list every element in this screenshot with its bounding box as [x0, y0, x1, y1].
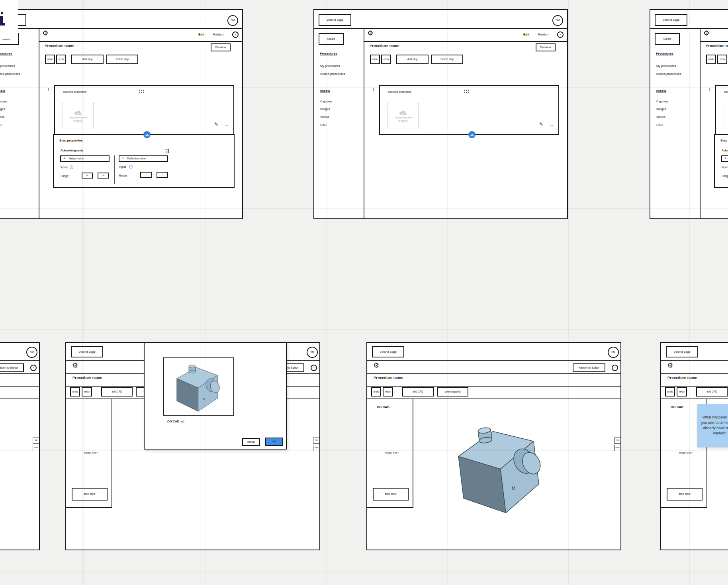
redo-button[interactable]: redo: [381, 55, 391, 64]
tab-edit[interactable]: Edit: [198, 33, 204, 36]
redo-button[interactable]: redo: [677, 387, 687, 397]
add-cad-button[interactable]: add CAD: [402, 387, 434, 397]
cad-wireframe-frame[interactable]: Vuforia Logo SM ⚙ Return to Editor x Pro…: [0, 342, 40, 550]
step-description-placeholder[interactable]: Add step description: [388, 91, 411, 94]
avatar[interactable]: SM: [552, 15, 563, 26]
sidebar-item-videos[interactable]: Videos: [656, 116, 665, 119]
gear-icon[interactable]: ⚙: [373, 362, 379, 369]
nav-annotation[interactable]: Nav: [33, 445, 39, 451]
drag-handle-icon[interactable]: [464, 89, 470, 93]
collapse-chevron-button[interactable]: [468, 131, 476, 138]
gear-icon[interactable]: ⚙: [703, 30, 709, 37]
range-min-input[interactable]: N: [82, 173, 93, 179]
sidebar-item-captures[interactable]: Captures: [0, 100, 7, 103]
sidebar-item-captures[interactable]: Captures: [320, 100, 332, 103]
cancel-button[interactable]: cancel: [242, 438, 260, 446]
nav-annotation[interactable]: Nav: [614, 445, 621, 451]
gear-icon[interactable]: ⚙: [367, 30, 373, 37]
add-cad-button[interactable]: add CAD: [696, 387, 728, 397]
sidebar-item-images[interactable]: Images: [656, 108, 666, 111]
range-max-input[interactable]: 2: [157, 172, 168, 178]
sidebar-item-cad[interactable]: CAD: [320, 124, 327, 127]
undo-button[interactable]: undo: [370, 55, 380, 64]
redo-button[interactable]: redo: [56, 55, 66, 64]
avatar[interactable]: SM: [26, 347, 37, 358]
add-button[interactable]: add: [265, 438, 283, 446]
sidebar-assets-header[interactable]: Assets: [320, 89, 330, 92]
step-card[interactable]: Add step description Drag and drop here …: [379, 85, 559, 135]
deflection-value-dropdown[interactable]: ▼Deflection value: [119, 155, 168, 162]
sp-annotation[interactable]: SP: [614, 438, 621, 444]
editor-wireframe-frame[interactable]: Vuforia Logo SM Create Procedures My pro…: [0, 9, 243, 219]
undo-button[interactable]: undo: [371, 387, 381, 397]
sp-annotation[interactable]: SP: [313, 438, 320, 444]
sidebar-item-cad[interactable]: CAD: [656, 124, 663, 127]
sidebar-item-shared-procedures[interactable]: Shared procedures: [320, 73, 345, 76]
info-icon[interactable]: i: [70, 165, 73, 169]
step-description-placeholder[interactable]: Add step description: [724, 91, 728, 94]
browse-link[interactable]: browse: [401, 120, 408, 122]
tab-publish[interactable]: Publish: [538, 33, 548, 36]
editor-wireframe-frame[interactable]: Vuforia Logo SM Create Procedures My pro…: [650, 9, 728, 219]
browse-link[interactable]: browse: [76, 120, 83, 122]
save-state-button[interactable]: save state: [667, 488, 703, 501]
step-card[interactable]: Add step description Drag and drop here …: [54, 85, 234, 135]
sidebar-item-my-procedures[interactable]: My procedures: [0, 65, 15, 68]
sidebar-item-my-procedures[interactable]: My procedures: [320, 65, 340, 68]
cad-model-3d[interactable]: [444, 415, 558, 522]
avatar[interactable]: SM: [227, 15, 238, 26]
whiteboard-canvas[interactable]: Vuforia Logo SM ⚙ Return to Editor x Pro…: [0, 0, 728, 585]
add-step-button[interactable]: Add step: [396, 55, 429, 64]
sidebar-procedures-header[interactable]: Procedures: [656, 52, 673, 55]
tab-edit[interactable]: Edit: [523, 33, 529, 36]
cad-wireframe-frame[interactable]: Vuforia Logo SM ⚙ Return to Editor x Pro…: [366, 342, 621, 550]
add-step-button[interactable]: Add step: [71, 55, 104, 64]
gear-icon[interactable]: ⚙: [42, 30, 48, 37]
undo-button[interactable]: undo: [70, 387, 80, 397]
undo-button[interactable]: undo: [706, 55, 716, 64]
undo-button[interactable]: undo: [665, 387, 675, 397]
create-button[interactable]: Create: [319, 33, 344, 45]
sp-annotation[interactable]: SP: [33, 438, 39, 444]
return-to-editor-button[interactable]: Return to Editor: [0, 363, 24, 372]
sidebar-procedures-header[interactable]: Procedures: [320, 52, 337, 55]
create-button[interactable]: Create: [655, 33, 680, 45]
avatar[interactable]: SM: [608, 347, 619, 358]
edit-pencil-icon[interactable]: ✎: [539, 122, 543, 127]
sidebar-item-my-procedures[interactable]: My procedures: [656, 65, 676, 68]
nav-annotation[interactable]: Nav: [313, 445, 320, 451]
range-min-input[interactable]: 2: [140, 172, 152, 178]
sidebar-item-cad[interactable]: CAD: [0, 124, 2, 127]
collapse-chevron-button[interactable]: [143, 131, 151, 138]
media-drop-zone[interactable]: Drag and drop here or browse: [387, 103, 419, 128]
save-state-button[interactable]: save state: [72, 488, 108, 501]
delete-step-button[interactable]: Delete step: [106, 55, 138, 64]
redo-button[interactable]: redo: [82, 387, 92, 397]
delete-step-button[interactable]: Delete step: [431, 55, 463, 64]
close-icon[interactable]: x: [311, 365, 317, 371]
edit-pencil-icon[interactable]: ✎: [214, 122, 218, 127]
step-card[interactable]: Add step description Drag and drop here …: [715, 85, 728, 135]
sidebar-item-images[interactable]: Images: [0, 108, 5, 111]
step-description-placeholder[interactable]: Add step description: [63, 91, 86, 94]
close-icon[interactable]: x: [557, 31, 564, 38]
undo-button[interactable]: undo: [45, 55, 55, 64]
preview-button[interactable]: Preview: [211, 43, 231, 51]
redo-button[interactable]: redo: [717, 55, 727, 64]
close-icon[interactable]: x: [232, 31, 239, 38]
preview-button[interactable]: Preview: [536, 43, 556, 51]
return-to-editor-button[interactable]: Return to Editor: [573, 363, 605, 372]
range-max-input[interactable]: N: [98, 173, 109, 179]
sidebar-procedures-header[interactable]: Procedures: [0, 52, 12, 55]
drag-handle-icon[interactable]: [139, 89, 145, 93]
avatar[interactable]: SM: [307, 347, 318, 358]
gear-icon[interactable]: ⚙: [72, 362, 78, 369]
tab-publish[interactable]: Publish: [213, 33, 223, 36]
sidebar-item-videos[interactable]: Videos: [320, 116, 329, 119]
more-options-icon[interactable]: ...: [225, 124, 229, 127]
info-icon[interactable]: i: [129, 165, 133, 169]
weight-value-dropdown[interactable]: ▼Weight value: [60, 155, 110, 162]
take-snapshot-button[interactable]: take snapshot: [437, 387, 468, 397]
media-drop-zone[interactable]: Drag and drop here or browse: [724, 103, 728, 128]
add-acknowledgment-button[interactable]: +: [165, 149, 169, 153]
